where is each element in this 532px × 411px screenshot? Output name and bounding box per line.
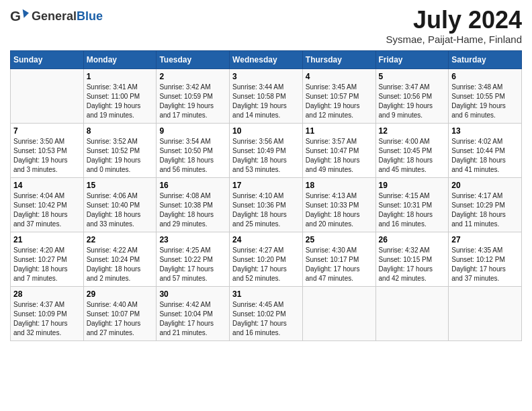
page-header: G General Blue July 2024 Sysmae, Paijat-… — [10, 7, 522, 45]
logo-icon: G — [10, 7, 29, 26]
calendar-cell: 13Sunrise: 4:02 AM Sunset: 10:44 PM Dayl… — [449, 123, 522, 177]
calendar-cell: 4Sunrise: 3:45 AM Sunset: 10:57 PM Dayli… — [302, 68, 375, 123]
cell-info: Sunrise: 3:56 AM Sunset: 10:49 PM Daylig… — [232, 137, 300, 175]
calendar-cell: 20Sunrise: 4:17 AM Sunset: 10:29 PM Dayl… — [449, 177, 522, 232]
day-number: 9 — [159, 126, 226, 136]
day-number: 8 — [87, 126, 154, 136]
day-number: 25 — [306, 235, 373, 244]
calendar-cell: 15Sunrise: 4:06 AM Sunset: 10:40 PM Dayl… — [83, 177, 157, 232]
svg-marker-1 — [23, 9, 29, 18]
header-friday: Friday — [375, 50, 449, 68]
cell-info: Sunrise: 3:57 AM Sunset: 10:47 PM Daylig… — [306, 137, 373, 175]
location-subtitle: Sysmae, Paijat-Hame, Finland — [386, 34, 522, 45]
cell-info: Sunrise: 4:17 AM Sunset: 10:29 PM Daylig… — [451, 191, 519, 229]
cell-info: Sunrise: 4:45 AM Sunset: 10:02 PM Daylig… — [232, 300, 300, 338]
day-number: 28 — [13, 289, 81, 299]
logo: G General Blue — [10, 7, 103, 26]
day-number: 3 — [232, 72, 300, 81]
calendar-cell: 1Sunrise: 3:41 AM Sunset: 11:00 PM Dayli… — [83, 68, 157, 123]
month-title: July 2024 — [386, 7, 522, 34]
svg-text:G: G — [10, 8, 21, 24]
calendar-cell: 23Sunrise: 4:25 AM Sunset: 10:22 PM Dayl… — [157, 232, 230, 286]
day-number: 7 — [13, 126, 81, 136]
header-tuesday: Tuesday — [157, 50, 230, 68]
day-number: 11 — [306, 126, 373, 136]
calendar-cell: 18Sunrise: 4:13 AM Sunset: 10:33 PM Dayl… — [302, 177, 375, 232]
calendar-cell: 11Sunrise: 3:57 AM Sunset: 10:47 PM Dayl… — [302, 123, 375, 177]
day-number: 10 — [232, 126, 300, 136]
calendar-week-row: 7Sunrise: 3:50 AM Sunset: 10:53 PM Dayli… — [11, 123, 522, 177]
cell-info: Sunrise: 4:15 AM Sunset: 10:31 PM Daylig… — [379, 191, 446, 229]
day-number: 27 — [451, 235, 519, 244]
calendar-cell: 7Sunrise: 3:50 AM Sunset: 10:53 PM Dayli… — [11, 123, 84, 177]
calendar-cell: 14Sunrise: 4:04 AM Sunset: 10:42 PM Dayl… — [11, 177, 84, 232]
calendar-cell: 31Sunrise: 4:45 AM Sunset: 10:02 PM Dayl… — [230, 286, 303, 340]
cell-info: Sunrise: 3:45 AM Sunset: 10:57 PM Daylig… — [306, 83, 373, 120]
day-number: 2 — [159, 72, 226, 81]
calendar-cell: 30Sunrise: 4:42 AM Sunset: 10:04 PM Dayl… — [157, 286, 230, 340]
calendar-cell: 6Sunrise: 3:48 AM Sunset: 10:55 PM Dayli… — [449, 68, 522, 123]
cell-info: Sunrise: 4:40 AM Sunset: 10:07 PM Daylig… — [87, 300, 154, 338]
cell-info: Sunrise: 3:47 AM Sunset: 10:56 PM Daylig… — [379, 83, 446, 120]
cell-info: Sunrise: 4:22 AM Sunset: 10:24 PM Daylig… — [87, 246, 154, 283]
cell-info: Sunrise: 4:04 AM Sunset: 10:42 PM Daylig… — [13, 191, 81, 229]
cell-info: Sunrise: 4:08 AM Sunset: 10:38 PM Daylig… — [159, 191, 226, 229]
header-saturday: Saturday — [449, 50, 522, 68]
logo-general-text: General — [32, 10, 77, 22]
day-number: 1 — [87, 72, 154, 81]
day-number: 20 — [451, 181, 519, 190]
day-number: 30 — [159, 289, 226, 299]
day-number: 21 — [13, 235, 81, 244]
calendar-cell: 3Sunrise: 3:44 AM Sunset: 10:58 PM Dayli… — [230, 68, 303, 123]
header-thursday: Thursday — [302, 50, 375, 68]
calendar-cell: 29Sunrise: 4:40 AM Sunset: 10:07 PM Dayl… — [83, 286, 157, 340]
cell-info: Sunrise: 3:41 AM Sunset: 11:00 PM Daylig… — [87, 83, 154, 120]
day-number: 19 — [379, 181, 446, 190]
calendar-header-row: SundayMondayTuesdayWednesdayThursdayFrid… — [11, 50, 522, 68]
cell-info: Sunrise: 4:37 AM Sunset: 10:09 PM Daylig… — [13, 300, 81, 338]
day-number: 22 — [87, 235, 154, 244]
calendar-cell: 21Sunrise: 4:20 AM Sunset: 10:27 PM Dayl… — [11, 232, 84, 286]
cell-info: Sunrise: 3:52 AM Sunset: 10:52 PM Daylig… — [87, 137, 154, 175]
calendar-cell: 24Sunrise: 4:27 AM Sunset: 10:20 PM Dayl… — [230, 232, 303, 286]
calendar-cell: 2Sunrise: 3:42 AM Sunset: 10:59 PM Dayli… — [157, 68, 230, 123]
day-number: 12 — [379, 126, 446, 136]
day-number: 24 — [232, 235, 300, 244]
calendar-cell: 16Sunrise: 4:08 AM Sunset: 10:38 PM Dayl… — [157, 177, 230, 232]
cell-info: Sunrise: 4:42 AM Sunset: 10:04 PM Daylig… — [159, 300, 226, 338]
calendar-cell: 25Sunrise: 4:30 AM Sunset: 10:17 PM Dayl… — [302, 232, 375, 286]
cell-info: Sunrise: 3:48 AM Sunset: 10:55 PM Daylig… — [451, 83, 519, 120]
cell-info: Sunrise: 4:30 AM Sunset: 10:17 PM Daylig… — [306, 246, 373, 283]
calendar-cell — [302, 286, 375, 340]
cell-info: Sunrise: 3:50 AM Sunset: 10:53 PM Daylig… — [13, 137, 81, 175]
day-number: 15 — [87, 181, 154, 190]
day-number: 17 — [232, 181, 300, 190]
calendar-week-row: 14Sunrise: 4:04 AM Sunset: 10:42 PM Dayl… — [11, 177, 522, 232]
header-sunday: Sunday — [11, 50, 84, 68]
day-number: 14 — [13, 181, 81, 190]
day-number: 31 — [232, 289, 300, 299]
calendar-cell: 19Sunrise: 4:15 AM Sunset: 10:31 PM Dayl… — [375, 177, 449, 232]
day-number: 6 — [451, 72, 519, 81]
cell-info: Sunrise: 4:27 AM Sunset: 10:20 PM Daylig… — [232, 246, 300, 283]
title-area: July 2024 Sysmae, Paijat-Hame, Finland — [386, 7, 522, 45]
cell-info: Sunrise: 4:13 AM Sunset: 10:33 PM Daylig… — [306, 191, 373, 229]
day-number: 13 — [451, 126, 519, 136]
calendar-cell: 10Sunrise: 3:56 AM Sunset: 10:49 PM Dayl… — [230, 123, 303, 177]
day-number: 4 — [306, 72, 373, 81]
calendar-cell — [11, 68, 84, 123]
logo-blue-text: Blue — [77, 10, 103, 22]
calendar-cell: 5Sunrise: 3:47 AM Sunset: 10:56 PM Dayli… — [375, 68, 449, 123]
calendar-cell: 27Sunrise: 4:35 AM Sunset: 10:12 PM Dayl… — [449, 232, 522, 286]
day-number: 26 — [379, 235, 446, 244]
cell-info: Sunrise: 4:20 AM Sunset: 10:27 PM Daylig… — [13, 246, 81, 283]
cell-info: Sunrise: 4:32 AM Sunset: 10:15 PM Daylig… — [379, 246, 446, 283]
day-number: 23 — [159, 235, 226, 244]
calendar-cell — [375, 286, 449, 340]
calendar-week-row: 1Sunrise: 3:41 AM Sunset: 11:00 PM Dayli… — [11, 68, 522, 123]
day-number: 18 — [306, 181, 373, 190]
calendar-cell: 8Sunrise: 3:52 AM Sunset: 10:52 PM Dayli… — [83, 123, 157, 177]
cell-info: Sunrise: 3:54 AM Sunset: 10:50 PM Daylig… — [159, 137, 226, 175]
day-number: 5 — [379, 72, 446, 81]
cell-info: Sunrise: 3:42 AM Sunset: 10:59 PM Daylig… — [159, 83, 226, 120]
